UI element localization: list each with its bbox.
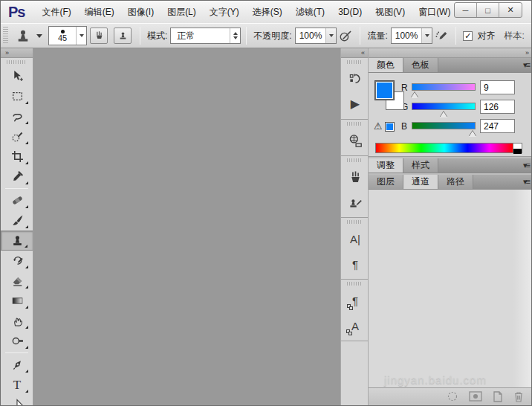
spot-healing-brush-tool[interactable] <box>1 190 33 210</box>
blend-mode-spinner[interactable] <box>230 28 240 43</box>
opacity-combo[interactable]: 100% <box>295 28 337 44</box>
options-bar-grip[interactable] <box>3 27 8 45</box>
dock-group: A| ¶ <box>341 220 368 280</box>
clone-stamp-preset-icon[interactable] <box>15 28 31 43</box>
lasso-tool[interactable] <box>1 106 33 126</box>
tab-color[interactable]: 颜色 <box>369 58 403 72</box>
menu-edit[interactable]: 编辑(E) <box>78 3 121 22</box>
clone-stamp-tool[interactable] <box>1 231 33 251</box>
blend-mode-select[interactable]: 正常 <box>170 28 241 44</box>
green-slider-thumb[interactable] <box>440 112 447 117</box>
toggle-brush-panel-button[interactable] <box>90 28 108 44</box>
layers-panel-menu-icon[interactable]: ▾≡ <box>523 177 529 187</box>
tool-preset-dropdown-arrow[interactable] <box>36 34 42 38</box>
blue-slider-thumb[interactable] <box>469 131 476 137</box>
gamut-color-chip[interactable] <box>385 122 395 132</box>
toggle-clone-source-panel-button[interactable] <box>114 28 132 44</box>
menu-type[interactable]: 文字(Y) <box>203 3 246 22</box>
black-chip[interactable] <box>513 149 522 154</box>
white-chip[interactable] <box>513 144 522 149</box>
menu-filter[interactable]: 滤镜(T) <box>289 3 331 22</box>
type-tool[interactable]: T <box>1 375 33 395</box>
clone-source-panel-icon[interactable] <box>341 190 369 215</box>
collapse-panels-icon: » <box>525 49 528 57</box>
options-separator <box>140 27 140 45</box>
foreground-color-swatch[interactable] <box>375 81 394 100</box>
menu-file[interactable]: 文件(F) <box>35 3 77 22</box>
close-button[interactable]: ✕ <box>499 3 522 17</box>
brush-size-dropdown[interactable] <box>76 27 86 45</box>
airbrush-icon[interactable] <box>435 29 448 42</box>
load-selection-icon[interactable] <box>447 390 458 402</box>
tab-channels[interactable]: 通道 <box>403 175 438 189</box>
flow-dropdown-arrow[interactable] <box>421 28 432 43</box>
tab-paths[interactable]: 路径 <box>438 175 473 189</box>
opacity-dropdown-arrow[interactable] <box>325 28 336 43</box>
menu-view[interactable]: 视图(V) <box>369 3 412 22</box>
menu-image[interactable]: 图像(I) <box>121 3 160 22</box>
tab-adjustments[interactable]: 调整 <box>369 158 403 173</box>
eraser-tool[interactable] <box>1 271 33 291</box>
brush-tool[interactable] <box>1 210 33 231</box>
tab-styles[interactable]: 样式 <box>403 158 438 173</box>
tab-layers[interactable]: 图层 <box>369 175 403 189</box>
path-selection-tool[interactable] <box>1 395 33 406</box>
maximize-button[interactable]: □ <box>477 3 499 17</box>
save-selection-icon[interactable] <box>469 391 482 402</box>
quick-selection-tool[interactable] <box>1 126 33 146</box>
gamut-warning-icon[interactable]: ⚠ <box>374 120 383 132</box>
brush-size-picker[interactable]: 45 <box>48 26 87 45</box>
character-styles-panel-icon[interactable]: A <box>341 313 369 338</box>
blue-value-input[interactable] <box>480 119 515 133</box>
red-value-input[interactable] <box>480 80 515 94</box>
tab-swatches[interactable]: 色板 <box>403 58 438 72</box>
minimize-button[interactable]: ─ <box>455 3 477 17</box>
new-channel-icon[interactable] <box>493 391 503 402</box>
move-tool[interactable] <box>1 66 33 86</box>
eyedropper-tool[interactable] <box>1 167 33 187</box>
history-panel-icon[interactable] <box>341 66 369 91</box>
3d-panel-icon[interactable] <box>341 128 369 153</box>
history-brush-tool[interactable] <box>1 251 33 271</box>
crop-tool[interactable] <box>1 146 33 167</box>
rectangular-marquee-tool[interactable] <box>1 86 33 106</box>
smudge-tool[interactable] <box>1 311 33 331</box>
gradient-tool[interactable] <box>1 291 33 311</box>
delete-channel-icon[interactable] <box>513 391 524 402</box>
dock-group-grip <box>347 220 362 224</box>
dock-strip-header[interactable]: « <box>341 48 368 58</box>
pen-tool[interactable] <box>1 355 33 375</box>
options-separator <box>246 27 247 45</box>
flow-value: 100% <box>392 30 422 41</box>
actions-panel-icon[interactable]: ▶ <box>341 91 369 117</box>
tools-panel-header[interactable]: » <box>1 48 33 58</box>
flow-combo[interactable]: 100% <box>391 28 433 44</box>
red-slider-thumb[interactable] <box>411 92 418 98</box>
dock-group <box>341 158 368 218</box>
menu-3d[interactable]: 3D(D) <box>331 4 369 20</box>
color-panel-menu-icon[interactable]: ▾≡ <box>523 60 529 70</box>
red-slider[interactable] <box>412 83 476 91</box>
paragraph-styles-panel-icon[interactable]: ¶ <box>341 288 369 313</box>
green-slider[interactable] <box>412 103 476 110</box>
menu-layer[interactable]: 图层(L) <box>160 3 203 22</box>
character-panel-icon[interactable]: A| <box>341 226 369 251</box>
align-label: 对齐 <box>477 30 495 42</box>
menu-select[interactable]: 选择(S) <box>246 3 289 22</box>
green-value-input[interactable] <box>480 100 515 114</box>
menu-window[interactable]: 窗口(W) <box>412 3 457 22</box>
brush-panel-icon[interactable] <box>341 164 369 190</box>
adjustments-panel-menu-icon[interactable]: ▾≡ <box>523 161 529 170</box>
align-checkbox[interactable]: ✓ <box>463 31 473 41</box>
tablet-pressure-opacity-icon[interactable] <box>339 29 352 42</box>
spectrum-bw-chips[interactable] <box>513 143 522 153</box>
panel-dock-header[interactable]: » <box>369 48 532 58</box>
blue-slider[interactable] <box>412 122 476 129</box>
flyout-indicator <box>25 306 28 309</box>
dodge-tool[interactable] <box>1 331 33 351</box>
color-spectrum-ramp[interactable] <box>375 143 513 153</box>
flyout-indicator <box>25 161 28 164</box>
paragraph-panel-icon[interactable]: ¶ <box>341 251 369 277</box>
flyout-indicator <box>25 245 27 248</box>
flyout-indicator <box>25 205 28 208</box>
